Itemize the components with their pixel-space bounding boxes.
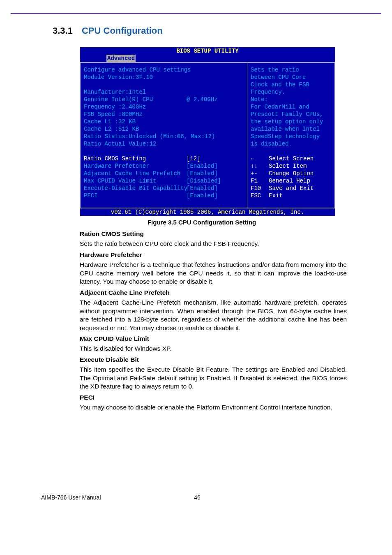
help-line: SpeedStep technology xyxy=(251,133,331,140)
page-footer: AIMB-766 User Manual 46 xyxy=(41,494,351,501)
section-heading: 3.3.1CPU Configuration xyxy=(53,25,351,36)
body-para: This item specifies the Execute Disable … xyxy=(80,365,347,391)
section-number: 3.3.1 xyxy=(53,25,73,36)
setting-value[interactable]: [12] xyxy=(187,155,201,162)
info-line: Frequency :2.40GHz xyxy=(84,103,244,111)
info-line: Manufacturer:Intel xyxy=(84,88,244,96)
body-heading: Max CPUID Value Limit xyxy=(80,335,347,343)
body-heading: PECI xyxy=(80,393,347,402)
body-para: Hardware Prefetcher is a technique that … xyxy=(80,261,347,286)
info-line: FSB Speed :800MHz xyxy=(84,111,244,118)
body-para: You may choose to disable or enable the … xyxy=(80,403,347,412)
help-line: is disabled. xyxy=(251,140,331,148)
footer-page-number: 46 xyxy=(189,494,205,501)
setting-label[interactable]: Hardware Prefetcher xyxy=(84,162,187,170)
setting-value[interactable]: [Enabled] xyxy=(187,170,218,177)
key: F1 xyxy=(251,177,269,185)
bios-right-panel: Sets the ratio between CPU Core Clock an… xyxy=(247,62,335,208)
info-line: Ratio Status:Unlocked (Min:06, Max:12) xyxy=(84,133,244,140)
setting-label[interactable]: PECI xyxy=(84,192,187,199)
info-line: Ratio Actual Value:12 xyxy=(84,140,244,148)
left-header1: Configure advanced CPU settings xyxy=(84,66,244,74)
key-text: Save and Exit xyxy=(269,185,314,192)
help-line: Frequency. xyxy=(251,88,331,96)
help-line: For CedarMill and xyxy=(251,103,331,111)
body-heading: Ration CMOS Setting xyxy=(80,230,347,238)
setting-value[interactable]: [Enabled] xyxy=(187,185,218,192)
body-text: Ration CMOS Setting Sets the ratio betwe… xyxy=(80,230,347,412)
bios-screenshot: BIOS SETUP UTILITY Advanced Configure ad… xyxy=(80,47,335,216)
setting-label[interactable]: Adjacent Cache Line Prefetch xyxy=(84,170,187,177)
body-para: Sets the ratio between CPU core clock an… xyxy=(80,240,347,248)
bios-left-panel: Configure advanced CPU settings Module V… xyxy=(80,62,247,208)
setting-value[interactable]: [Enabled] xyxy=(187,162,218,170)
body-heading: Execute Disable Bit xyxy=(80,356,347,364)
key: ← xyxy=(251,155,269,162)
body-heading: Hardware Prefetcher xyxy=(80,251,347,259)
key: +- xyxy=(251,170,269,177)
tab-advanced[interactable]: Advanced xyxy=(106,55,136,62)
key-text: Select Item xyxy=(269,162,307,170)
info-line: Cache L2 :512 KB xyxy=(84,125,244,133)
bios-title: BIOS SETUP UTILITY xyxy=(80,47,335,55)
key-legend: ←Select Screen ↑↓Select Item +-Change Op… xyxy=(251,155,331,199)
key-text: Exit xyxy=(269,192,283,199)
setting-label[interactable]: Ratio CMOS Setting xyxy=(84,155,187,162)
help-line: available when Intel xyxy=(251,125,331,133)
body-para: This is disabled for Windows XP. xyxy=(80,345,347,353)
body-heading: Adjacent Cache Line Prefetch xyxy=(80,289,347,297)
top-rule xyxy=(11,13,381,14)
bios-copyright: v02.61 (C)Copyright 1985-2006, American … xyxy=(80,208,335,216)
section-title: CPU Configuration xyxy=(82,25,163,36)
setting-value[interactable]: [Disabled] xyxy=(187,177,221,185)
setting-label[interactable]: Max CPUID Value Limit xyxy=(84,177,187,185)
key-text: Select Screen xyxy=(269,155,314,162)
body-para: The Adjacent Cache-Line Prefetch mechani… xyxy=(80,298,347,332)
help-line: Note: xyxy=(251,96,331,103)
help-line: Clock and the FSB xyxy=(251,81,331,88)
key: ESC xyxy=(251,192,269,199)
key: ↑↓ xyxy=(251,162,269,170)
info-line: @ 2.40GHz xyxy=(187,96,218,103)
help-line: between CPU Core xyxy=(251,74,331,81)
info-line: Genuine Intel(R) CPU xyxy=(84,96,187,103)
key-text: Change Option xyxy=(269,170,314,177)
help-line: Sets the ratio xyxy=(251,66,331,74)
key: F10 xyxy=(251,185,269,192)
left-header2: Module Version:3F.10 xyxy=(84,74,244,81)
setting-label[interactable]: Execute-Disable Bit Capability xyxy=(84,185,187,192)
help-line: Prescott Family CPUs, xyxy=(251,111,331,118)
help-text: Sets the ratio between CPU Core Clock an… xyxy=(251,66,331,148)
key-text: General Help xyxy=(269,177,310,185)
info-line: Cache L1 :32 KB xyxy=(84,118,244,125)
setting-value[interactable]: [Enabled] xyxy=(187,192,218,199)
bios-tabbar: Advanced xyxy=(80,55,335,62)
footer-manual-name: AIMB-766 User Manual xyxy=(41,494,189,501)
help-line: the setup option only xyxy=(251,118,331,125)
figure-caption: Figure 3.5 CPU Configuration Setting xyxy=(53,219,351,226)
